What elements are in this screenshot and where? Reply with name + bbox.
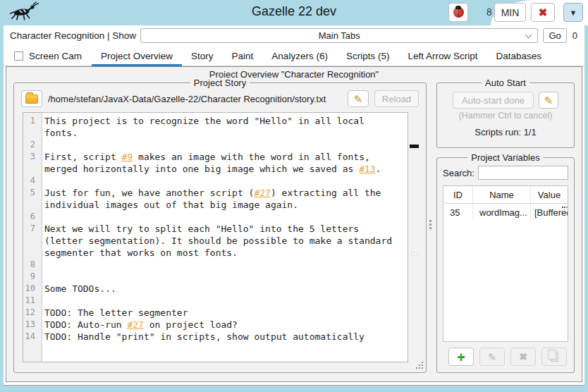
edit-variable-button[interactable]: ✎ bbox=[479, 348, 505, 366]
editor-scrollbar[interactable] bbox=[410, 112, 419, 362]
line-number: 7 bbox=[23, 223, 39, 235]
scripts-run-status: Scripts run: 1/1 bbox=[437, 127, 574, 137]
edit-story-button[interactable]: ✎ bbox=[348, 90, 369, 107]
tab-analyzers-6[interactable]: Analyzers (6) bbox=[262, 46, 337, 66]
line-text[interactable]: TODO: Auto-run #27 on project load? bbox=[39, 319, 238, 331]
line-number: 4 bbox=[23, 175, 39, 187]
script-link[interactable]: #9 bbox=[122, 152, 133, 162]
story-text[interactable]: 1This project is to recognize the word "… bbox=[23, 113, 408, 343]
variables-table: IDNameValue 35wordImag...[BufferedI... bbox=[443, 185, 568, 342]
main-tabs-combobox[interactable]: Main Tabs bbox=[140, 28, 538, 43]
title-bar: Gazelle 22 dev 8 MIN ✖ ▼ bbox=[0, 0, 588, 25]
project-variables-legend: Project Variables bbox=[467, 152, 543, 163]
project-story-legend: Project Story bbox=[190, 78, 250, 88]
line-number: 2 bbox=[23, 139, 39, 151]
auto-start-row: Auto-start done ✎ bbox=[437, 92, 574, 109]
line-text[interactable]: merged horizontally into one big image w… bbox=[39, 163, 381, 175]
add-variable-button[interactable]: + bbox=[448, 348, 474, 366]
table-row[interactable]: 35wordImag...[BufferedI... bbox=[443, 204, 568, 221]
story-line: 3First, script #9 makes an image with th… bbox=[23, 151, 408, 163]
line-number: 13 bbox=[23, 319, 39, 331]
project-overview-panel: Project Overview "Character Recognition"… bbox=[6, 66, 582, 382]
line-text[interactable]: Some TODOs... bbox=[39, 283, 116, 295]
script-link[interactable]: #27 bbox=[127, 319, 143, 330]
go-counter: 0 bbox=[572, 30, 577, 41]
editor-zone: 1This project is to recognize the word "… bbox=[23, 112, 419, 362]
copy-variable-button[interactable] bbox=[541, 348, 567, 366]
scrollbar-thumb[interactable] bbox=[410, 145, 419, 148]
story-line: 2 bbox=[23, 139, 408, 151]
line-text[interactable] bbox=[39, 259, 44, 271]
line-text[interactable]: TODO: Handle "print" in scripts, show ou… bbox=[39, 331, 365, 343]
tab-story[interactable]: Story bbox=[182, 46, 223, 66]
auto-start-group: Auto Start Auto-start done ✎ (Hammer Ctr… bbox=[436, 82, 575, 148]
line-text[interactable]: (letter segmentation). It should be poss… bbox=[39, 235, 392, 247]
tab-databases[interactable]: Databases bbox=[486, 46, 551, 66]
column-header-name[interactable]: Name bbox=[473, 186, 531, 204]
minimize-button[interactable]: MIN bbox=[494, 3, 526, 22]
delete-variable-button[interactable]: ✖ bbox=[510, 348, 536, 366]
line-text[interactable]: segmenter that works on most fonts. bbox=[39, 247, 238, 259]
story-line: 4 bbox=[23, 175, 408, 187]
close-button[interactable]: ✖ bbox=[531, 3, 555, 22]
tab-strip: Project OverviewStoryPaintAnalyzers (6)S… bbox=[92, 46, 551, 66]
panel-splitter[interactable] bbox=[427, 82, 434, 374]
table-cell: wordImag... bbox=[473, 204, 531, 221]
variable-actions: + ✎ ✖ bbox=[437, 348, 567, 366]
story-line: fonts. bbox=[23, 127, 408, 139]
copy-icon bbox=[551, 353, 558, 362]
auto-start-legend: Auto Start bbox=[482, 78, 529, 88]
column-header-value[interactable]: Value bbox=[531, 186, 568, 204]
vars-table-body: 35wordImag...[BufferedI... bbox=[443, 204, 568, 221]
bug-button[interactable] bbox=[448, 3, 468, 22]
line-number bbox=[23, 199, 39, 211]
story-editor[interactable]: 1This project is to recognize the word "… bbox=[23, 112, 408, 362]
chevron-down-icon: ▼ bbox=[570, 8, 577, 17]
line-text[interactable]: This project is to recognize the word "H… bbox=[39, 115, 365, 127]
reload-button[interactable]: Reload bbox=[374, 90, 419, 107]
line-text[interactable] bbox=[39, 271, 44, 283]
tab-scripts-5[interactable]: Scripts (5) bbox=[337, 46, 399, 66]
line-text[interactable]: TODO: The letter segmenter bbox=[39, 307, 188, 319]
line-number: 12 bbox=[23, 307, 39, 319]
line-text[interactable] bbox=[39, 211, 44, 223]
script-link[interactable]: #27 bbox=[254, 188, 270, 198]
story-line: 10Some TODOs... bbox=[23, 283, 408, 295]
story-line: 13TODO: Auto-run #27 on project load? bbox=[23, 319, 408, 331]
line-number bbox=[23, 247, 39, 259]
line-text[interactable]: fonts. bbox=[39, 127, 78, 139]
resize-grip-icon[interactable] bbox=[416, 362, 424, 369]
edit-auto-start-button[interactable]: ✎ bbox=[539, 92, 558, 109]
column-header-id[interactable]: ID bbox=[443, 186, 473, 204]
line-text[interactable]: individual images out of that big image … bbox=[39, 199, 298, 211]
script-link[interactable]: #13 bbox=[359, 164, 375, 174]
ladybug-icon bbox=[453, 7, 464, 18]
open-folder-button[interactable] bbox=[21, 90, 42, 107]
story-file-path: /home/stefan/JavaX-Data/Gazelle-22/Chara… bbox=[48, 94, 342, 104]
tab-project-overview[interactable]: Project Overview bbox=[92, 46, 182, 66]
line-text[interactable] bbox=[39, 139, 44, 151]
line-text[interactable]: Next we will try to split each "Hello" i… bbox=[39, 223, 359, 235]
line-text[interactable] bbox=[39, 295, 44, 307]
scrollbar-mark bbox=[411, 252, 418, 255]
screen-cam-checkbox[interactable] bbox=[14, 51, 23, 61]
search-input[interactable] bbox=[478, 166, 568, 180]
story-line: 8 bbox=[23, 259, 408, 271]
story-line: individual images out of that big image … bbox=[23, 199, 408, 211]
search-row: Search: bbox=[443, 166, 568, 180]
line-number: 6 bbox=[23, 211, 39, 223]
tab-paint[interactable]: Paint bbox=[223, 46, 263, 66]
line-number: 8 bbox=[23, 259, 39, 271]
line-text[interactable]: Just for fun, we have another script (#2… bbox=[39, 187, 381, 199]
pencil-icon: ✎ bbox=[544, 95, 553, 106]
go-button[interactable]: Go bbox=[543, 28, 566, 43]
tab-left-arrow-script[interactable]: Left Arrow Script bbox=[398, 46, 486, 66]
auto-start-done-button[interactable]: Auto-start done bbox=[453, 92, 534, 109]
folder-icon bbox=[25, 94, 38, 104]
context-label: Character Recognition | Show bbox=[10, 30, 136, 41]
line-text[interactable] bbox=[39, 175, 44, 187]
line-text[interactable]: First, script #9 makes an image with the… bbox=[39, 151, 370, 163]
window-menu-button[interactable]: ▼ bbox=[563, 3, 583, 22]
toolbar: Character Recognition | Show Main Tabs G… bbox=[4, 25, 584, 46]
line-number: 11 bbox=[23, 295, 39, 307]
